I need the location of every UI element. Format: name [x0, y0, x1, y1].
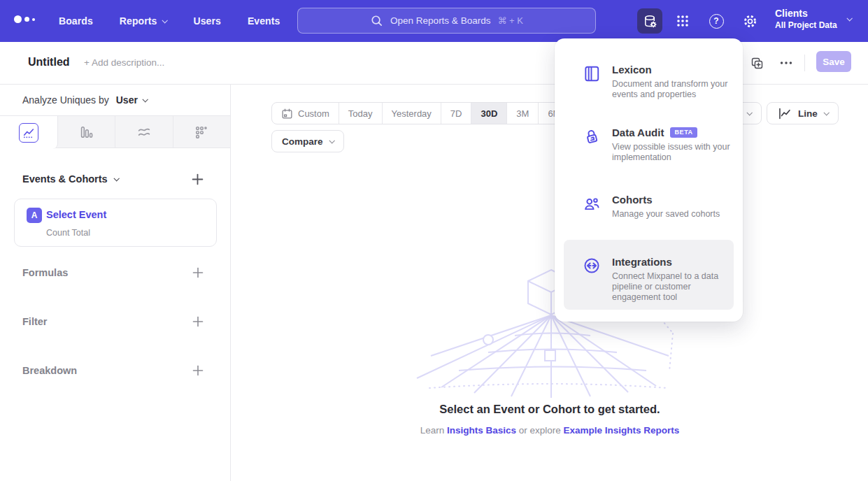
- menu-item-cohorts[interactable]: Cohorts Manage your saved cohorts: [583, 194, 734, 220]
- empty-state-subtitle: Learn Insights Basics or explore Example…: [232, 425, 868, 436]
- formulas-label: Formulas: [22, 267, 68, 278]
- chevron-down-icon: [162, 17, 168, 23]
- bar-chart-icon: [78, 124, 94, 140]
- event-letter-badge: A: [27, 208, 42, 223]
- insights-basics-link[interactable]: Insights Basics: [447, 425, 516, 436]
- cohorts-icon: [583, 194, 601, 220]
- data-management-menu: Lexicon Document and transform your even…: [555, 38, 743, 322]
- menu-item-data-audit[interactable]: Data Audit BETA View possible issues wit…: [583, 127, 734, 163]
- formulas-section: Formulas: [0, 264, 230, 282]
- data-audit-icon: [583, 127, 601, 163]
- help-icon: ?: [709, 14, 724, 29]
- beta-badge: BETA: [670, 127, 697, 138]
- global-search-input[interactable]: Open Reports & Boards ⌘ + K: [297, 8, 596, 34]
- menu-item-integrations[interactable]: Integrations Connect Mixpanel to a data …: [583, 256, 734, 303]
- range-today[interactable]: Today: [339, 103, 383, 124]
- save-button[interactable]: Save: [816, 51, 851, 72]
- search-shortcut: ⌘ + K: [497, 15, 523, 26]
- chevron-down-icon: [142, 96, 148, 102]
- range-30d[interactable]: 30D: [471, 103, 507, 124]
- example-insights-reports-link[interactable]: Example Insights Reports: [564, 425, 680, 436]
- lexicon-icon: [583, 64, 601, 100]
- breakdown-section: Breakdown: [0, 361, 230, 380]
- analyze-uniques-row: Analyze Uniques by User: [0, 85, 230, 116]
- nav-users[interactable]: Users: [193, 15, 220, 27]
- settings-button[interactable]: [737, 8, 762, 34]
- chevron-down-icon: [846, 15, 852, 21]
- add-formula-button[interactable]: [191, 266, 205, 280]
- chart-style-dropdown[interactable]: Line: [767, 102, 839, 124]
- chevron-down-icon: [329, 138, 334, 143]
- line-chart-icon: [777, 106, 792, 121]
- calendar-icon: [281, 108, 293, 120]
- chevron-down-icon: [113, 175, 119, 181]
- tab-metric[interactable]: [173, 116, 231, 148]
- more-options-button[interactable]: [776, 53, 796, 73]
- select-event-label: Select Event: [46, 209, 106, 220]
- empty-state-title: Select an Event or Cohort to get started…: [232, 403, 868, 416]
- grid-apps-icon: [675, 13, 690, 29]
- header-divider: [804, 55, 805, 71]
- duplicate-icon: [750, 56, 764, 71]
- range-3m[interactable]: 3M: [507, 103, 539, 124]
- plus-icon: [192, 316, 204, 327]
- search-placeholder: Open Reports & Boards: [390, 15, 490, 26]
- range-7d[interactable]: 7D: [441, 103, 472, 124]
- tab-flow-chart[interactable]: [115, 116, 173, 148]
- mixpanel-logo[interactable]: [14, 15, 35, 23]
- apps-grid-button[interactable]: [670, 8, 695, 34]
- select-event-card[interactable]: A Select Event Count Total: [14, 199, 217, 247]
- add-filter-button[interactable]: [191, 315, 205, 329]
- add-event-button[interactable]: [190, 172, 205, 187]
- compare-button[interactable]: Compare: [271, 130, 344, 152]
- breakdown-label: Breakdown: [22, 365, 77, 376]
- filter-section: Filter: [0, 313, 230, 331]
- flow-icon: [136, 124, 152, 140]
- chevron-down-icon: [746, 110, 752, 115]
- chevron-down-icon: [823, 110, 829, 115]
- range-yesterday[interactable]: Yesterday: [383, 103, 441, 124]
- events-cohorts-header: Events & Cohorts: [0, 170, 230, 188]
- nav-boards[interactable]: Boards: [59, 15, 93, 27]
- events-cohorts-toggle[interactable]: Events & Cohorts: [22, 173, 118, 185]
- empty-state: Select an Event or Cohort to get started…: [232, 403, 868, 436]
- analyze-value-dropdown[interactable]: User: [116, 94, 147, 106]
- tab-insights-line[interactable]: [0, 116, 58, 149]
- metric-grid-icon: [194, 124, 209, 140]
- report-canvas: Custom Today Yesterday 7D 30D 3M 6M Comp…: [232, 85, 868, 481]
- report-title[interactable]: Untitled: [28, 56, 70, 69]
- plus-icon: [192, 365, 204, 376]
- nav-reports[interactable]: Reports: [120, 15, 167, 27]
- more-horizontal-icon: [778, 55, 794, 71]
- report-description-field[interactable]: + Add description...: [84, 57, 164, 68]
- top-navigation: Boards Reports Users Events Open Reports…: [0, 0, 868, 42]
- plus-icon: [192, 173, 204, 185]
- range-custom[interactable]: Custom: [272, 103, 339, 124]
- menu-item-lexicon[interactable]: Lexicon Document and transform your even…: [583, 64, 734, 100]
- tab-bar-chart[interactable]: [58, 116, 116, 148]
- nav-events[interactable]: Events: [248, 15, 280, 27]
- date-range-control: Custom Today Yesterday 7D 30D 3M 6M: [271, 102, 570, 124]
- search-icon: [370, 14, 383, 27]
- org-name: Clients: [775, 7, 837, 20]
- line-chart-icon: [19, 123, 38, 143]
- chart-type-tabs: [0, 116, 230, 148]
- count-total-label[interactable]: Count Total: [46, 228, 90, 238]
- duplicate-report-button[interactable]: [747, 53, 767, 73]
- help-button[interactable]: ?: [704, 8, 729, 34]
- integrations-icon: [583, 257, 601, 303]
- gear-icon: [742, 13, 758, 29]
- analyze-label: Analyze Uniques by: [22, 94, 109, 106]
- query-builder-sidebar: Analyze Uniques by User: [0, 85, 231, 481]
- database-gear-icon: [642, 13, 658, 29]
- data-management-button[interactable]: [637, 8, 662, 34]
- filter-label: Filter: [22, 316, 47, 327]
- project-selector[interactable]: Clients All Project Data: [775, 7, 851, 31]
- project-scope: All Project Data: [775, 20, 837, 31]
- add-breakdown-button[interactable]: [191, 364, 205, 378]
- plus-icon: [192, 267, 204, 278]
